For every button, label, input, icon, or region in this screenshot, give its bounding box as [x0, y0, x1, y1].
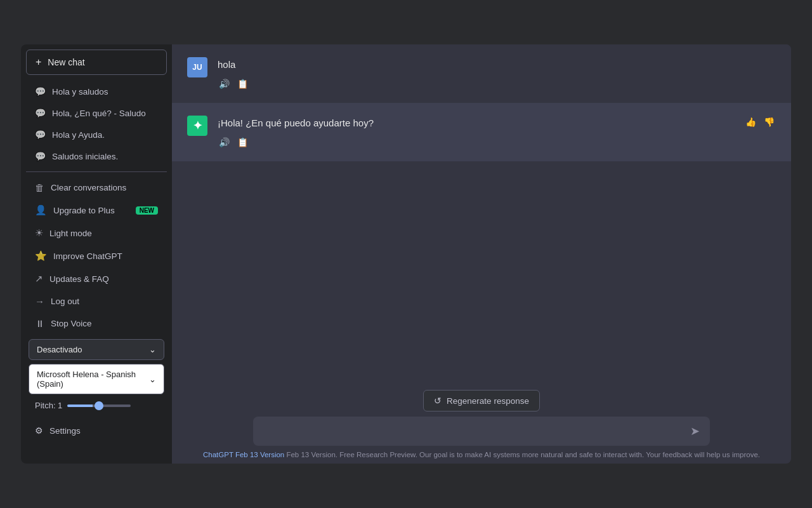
sidebar-item-saludos-iniciales[interactable]: 💬 Saludos iniciales.: [26, 146, 167, 166]
sidebar-item-updates-faq[interactable]: ↗ Updates & FAQ: [26, 268, 167, 290]
chevron-down-icon: ⌄: [149, 345, 156, 354]
chat-history-label: Saludos iniciales.: [52, 152, 118, 161]
chat-input[interactable]: [262, 424, 684, 439]
settings-label: Settings: [49, 426, 81, 436]
regenerate-label: Regenerate response: [447, 396, 529, 406]
chat-history-label: Hola, ¿En qué? - Saludo: [52, 109, 146, 118]
action-label: Stop Voice: [51, 319, 92, 328]
gear-icon: ⚙: [35, 425, 43, 436]
footer-text: Feb 13 Version. Free Research Preview. O…: [284, 451, 760, 458]
ai-message-text: ¡Hola! ¿En qué puedo ayudarte hoy?: [218, 116, 744, 131]
action-label: Improve ChatGPT: [53, 251, 122, 261]
external-link-icon: ↗: [35, 273, 43, 284]
messages-area: JU hola 🔊 📋 ✦ ¡Hola! ¿En qué pued: [172, 44, 791, 382]
ai-message-block: ✦ ¡Hola! ¿En qué puedo ayudarte hoy? 🔊 📋…: [172, 103, 791, 161]
ai-copy-button[interactable]: 📋: [236, 136, 249, 149]
user-message-block: JU hola 🔊 📋: [172, 44, 791, 103]
sidebar: + New chat 💬 Hola y saludos 💬 Hola, ¿En …: [21, 44, 172, 464]
voice-select-label: Microsoft Helena - Spanish (Spain): [37, 370, 149, 389]
action-label: Updates & FAQ: [49, 274, 109, 284]
new-chat-button[interactable]: + New chat: [26, 50, 167, 75]
chat-bubble-icon: 💬: [35, 151, 46, 161]
pitch-slider[interactable]: [67, 404, 131, 407]
sidebar-item-hola-saludos[interactable]: 💬 Hola y saludos: [26, 81, 167, 102]
sidebar-item-improve-chatgpt[interactable]: ⭐ Improve ChatGPT: [26, 245, 167, 267]
footer-link[interactable]: ChatGPT Feb 13 Version: [203, 451, 284, 458]
new-chat-label: New chat: [48, 57, 84, 67]
chat-history-label: Hola y Ayuda.: [52, 130, 105, 140]
chat-input-row: ➤: [253, 417, 710, 446]
sidebar-item-light-mode[interactable]: ☀ Light mode: [26, 222, 167, 244]
user-message-content: hola 🔊 📋: [218, 57, 776, 90]
send-button[interactable]: ➤: [689, 423, 701, 439]
ai-feedback-buttons: 👍 👎: [744, 116, 776, 128]
voice-activation-dropdown[interactable]: Desactivado ⌄: [29, 339, 164, 360]
chat-bubble-icon: 💬: [35, 130, 46, 140]
sidebar-item-stop-voice[interactable]: ⏸ Stop Voice: [26, 313, 167, 334]
sidebar-item-upgrade-plus[interactable]: 👤 Upgrade to Plus NEW: [26, 199, 167, 221]
send-icon: ➤: [690, 424, 700, 438]
user-copy-button[interactable]: 📋: [236, 77, 249, 90]
chat-main: JU hola 🔊 📋 ✦ ¡Hola! ¿En qué pued: [172, 44, 791, 464]
voice-dropdown-label: Desactivado: [37, 345, 82, 354]
chat-bottom: ↺ Regenerate response ➤ ChatGPT Feb 13 V…: [172, 382, 791, 464]
user-avatar: JU: [187, 57, 207, 77]
footer-note: ChatGPT Feb 13 Version Feb 13 Version. F…: [203, 451, 760, 458]
chat-history-label: Hola y saludos: [52, 87, 108, 97]
pitch-label: Pitch: 1: [35, 401, 62, 410]
user-message-actions: 🔊 📋: [218, 77, 776, 90]
user-icon: 👤: [35, 204, 47, 216]
action-label: Upgrade to Plus: [53, 206, 115, 215]
divider: [26, 171, 167, 172]
chevron-down-icon: ⌄: [149, 375, 156, 384]
thumbs-up-button[interactable]: 👍: [744, 116, 757, 128]
sidebar-item-clear-conversations[interactable]: 🗑 Clear conversations: [26, 177, 167, 198]
sidebar-item-log-out[interactable]: → Log out: [26, 291, 167, 312]
sidebar-item-hola-ayuda[interactable]: 💬 Hola y Ayuda.: [26, 124, 167, 145]
action-label: Clear conversations: [51, 183, 126, 192]
ai-message-row: ¡Hola! ¿En qué puedo ayudarte hoy? 🔊 📋 👍…: [218, 116, 776, 149]
ai-message-actions: 🔊 📋: [218, 136, 744, 149]
regenerate-button[interactable]: ↺ Regenerate response: [423, 390, 540, 411]
action-label: Light mode: [49, 229, 92, 238]
ai-avatar: ✦: [187, 116, 207, 136]
user-message-text: hola: [218, 57, 776, 72]
ai-speaker-button[interactable]: 🔊: [218, 136, 231, 149]
plus-icon: +: [36, 57, 41, 68]
user-speaker-button[interactable]: 🔊: [218, 77, 231, 90]
chat-bubble-icon: 💬: [35, 108, 46, 118]
action-label: Log out: [51, 297, 79, 306]
voice-controls: Desactivado ⌄ Microsoft Helena - Spanish…: [26, 335, 167, 417]
openai-logo: ✦: [193, 119, 202, 133]
regenerate-icon: ↺: [434, 396, 442, 406]
sun-icon: ☀: [35, 227, 43, 239]
pitch-control: Pitch: 1: [26, 398, 167, 413]
new-badge: NEW: [136, 206, 158, 215]
voice-select-dropdown[interactable]: Microsoft Helena - Spanish (Spain) ⌄: [29, 364, 164, 394]
trash-icon: 🗑: [35, 182, 44, 193]
thumbs-down-button[interactable]: 👎: [763, 116, 776, 128]
sidebar-item-hola-en-que[interactable]: 💬 Hola, ¿En qué? - Saludo: [26, 103, 167, 123]
sidebar-item-settings[interactable]: ⚙ Settings: [26, 420, 167, 441]
chat-bubble-icon: 💬: [35, 86, 46, 97]
star-icon: ⭐: [35, 250, 47, 262]
ai-message-content: ¡Hola! ¿En qué puedo ayudarte hoy? 🔊 📋: [218, 116, 744, 149]
logout-icon: →: [35, 296, 44, 307]
pause-icon: ⏸: [35, 318, 44, 329]
